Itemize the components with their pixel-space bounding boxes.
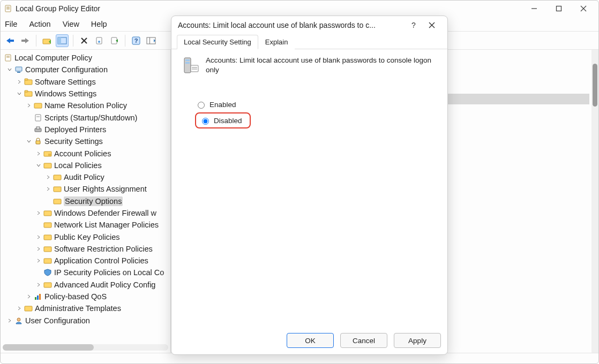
maximize-button[interactable] — [547, 2, 571, 16]
expander-closed-icon[interactable] — [35, 257, 42, 264]
expander-closed-icon[interactable] — [16, 78, 23, 86]
svg-rect-54 — [35, 297, 36, 300]
tree-account-policies[interactable]: Account Policies — [1, 147, 170, 159]
folder-icon — [34, 102, 42, 109]
minimize-button[interactable] — [522, 2, 546, 16]
folder-icon — [43, 245, 52, 253]
folder-icon — [24, 78, 33, 86]
folder-lock-icon — [43, 150, 52, 157]
svg-rect-52 — [44, 259, 51, 263]
svg-rect-43 — [48, 154, 51, 156]
vert-scrollbar[interactable] — [591, 50, 598, 353]
delete-button[interactable] — [78, 34, 91, 47]
svg-marker-10 — [25, 38, 29, 43]
svg-rect-9 — [10, 40, 14, 42]
tree-software-restriction[interactable]: Software Restriction Policies — [1, 243, 170, 255]
menu-help[interactable]: Help — [91, 20, 107, 28]
tree-ip-security[interactable]: IP Security Policies on Local Co — [1, 267, 170, 278]
radio-disabled[interactable]: Disabled — [195, 112, 251, 128]
svg-text:?: ? — [411, 21, 416, 29]
menu-view[interactable]: View — [63, 20, 79, 28]
folder-icon — [43, 221, 52, 229]
tree-label: Policy-based QoS — [44, 292, 107, 301]
close-button[interactable] — [572, 2, 595, 16]
up-level-button[interactable] — [41, 34, 54, 47]
tree-deployed-printers[interactable]: Deployed Printers — [1, 124, 170, 135]
tree-pane: Local Computer Policy Computer Configura… — [1, 50, 171, 353]
svg-rect-5 — [557, 6, 561, 11]
radio-enabled-input[interactable] — [198, 102, 205, 109]
expander-closed-icon[interactable] — [35, 150, 42, 157]
folder-lock-icon — [53, 185, 62, 193]
tab-explain[interactable]: Explain — [258, 35, 295, 49]
back-button[interactable] — [4, 34, 17, 47]
expander-open-icon[interactable] — [25, 138, 33, 145]
tree-scripts[interactable]: Scripts (Startup/Shutdown) — [1, 111, 170, 123]
expander-closed-icon[interactable] — [44, 173, 52, 181]
tree-user-rights[interactable]: User Rights Assignment — [1, 183, 170, 195]
expander-closed-icon[interactable] — [35, 245, 42, 253]
expander-open-icon[interactable] — [35, 162, 42, 169]
radio-disabled-input[interactable] — [202, 118, 209, 125]
tree-security-options[interactable]: Security Options — [1, 195, 170, 207]
expander-open-icon[interactable] — [6, 66, 13, 73]
tree-public-key[interactable]: Public Key Policies — [1, 231, 170, 242]
folder-icon — [43, 209, 52, 217]
svg-rect-63 — [185, 59, 190, 61]
svg-rect-55 — [37, 295, 39, 300]
menu-action[interactable]: Action — [29, 20, 50, 28]
export-button[interactable] — [108, 34, 121, 47]
svg-rect-44 — [44, 163, 51, 168]
dialog-close-button[interactable] — [423, 17, 441, 33]
tree-label: Windows Defender Firewall w — [54, 209, 156, 217]
tree-defender-firewall[interactable]: Windows Defender Firewall w — [1, 207, 170, 219]
dialog-tabs: Local Security Setting Explain — [171, 34, 447, 49]
expander-closed-icon[interactable] — [44, 185, 52, 193]
expander-closed-icon[interactable] — [16, 305, 23, 312]
tree-user-config[interactable]: User Configuration — [1, 315, 170, 327]
expander-closed-icon[interactable] — [35, 209, 42, 217]
tree-software-settings[interactable]: Software Settings — [1, 76, 170, 88]
properties-button[interactable] — [93, 34, 106, 47]
horiz-scrollbar[interactable] — [3, 344, 168, 351]
svg-rect-51 — [44, 247, 51, 252]
expander-closed-icon[interactable] — [35, 281, 42, 289]
dialog-help-button[interactable]: ? — [405, 17, 423, 33]
folder-lock-icon — [53, 198, 62, 205]
expander-open-icon[interactable] — [16, 90, 23, 97]
tree-network-list[interactable]: Network List Manager Policies — [1, 219, 170, 231]
expander-closed-icon[interactable] — [25, 293, 33, 300]
expander-closed-icon[interactable] — [35, 233, 42, 241]
tree-app-control[interactable]: Application Control Policies — [1, 255, 170, 267]
tree-label: IP Security Policies on Local Co — [54, 268, 164, 277]
expander-closed-icon[interactable] — [6, 317, 13, 324]
svg-rect-11 — [21, 40, 25, 42]
menu-file[interactable]: File — [5, 20, 17, 28]
expander-closed-icon[interactable] — [25, 102, 33, 109]
svg-text:?: ? — [134, 37, 138, 44]
tab-local-security[interactable]: Local Security Setting — [177, 35, 258, 49]
cancel-button[interactable]: Cancel — [340, 333, 387, 348]
radio-enabled[interactable]: Enabled — [195, 96, 438, 112]
filter-button[interactable] — [145, 34, 158, 47]
tree-advanced-audit[interactable]: Advanced Audit Policy Config — [1, 279, 170, 291]
tree-root[interactable]: Local Computer Policy — [1, 52, 170, 64]
script-icon — [34, 113, 42, 122]
tree-security-settings[interactable]: Security Settings — [1, 135, 170, 147]
forward-button[interactable] — [19, 34, 32, 47]
tree-local-policies[interactable]: Local Policies — [1, 160, 170, 171]
tree-policy-qos[interactable]: Policy-based QoS — [1, 291, 170, 302]
window-title: Local Group Policy Editor — [16, 4, 522, 13]
tree-audit-policy[interactable]: Audit Policy — [1, 171, 170, 183]
help-button[interactable]: ? — [130, 34, 143, 47]
user-icon — [14, 316, 23, 325]
apply-button[interactable]: Apply — [394, 333, 441, 348]
folder-icon — [24, 90, 33, 97]
svg-point-19 — [98, 41, 100, 43]
ok-button[interactable]: OK — [287, 333, 334, 348]
tree-windows-settings[interactable]: Windows Settings — [1, 88, 170, 100]
tree-admin-templates[interactable]: Administrative Templates — [1, 302, 170, 314]
show-hide-tree-button[interactable] — [56, 34, 69, 47]
tree-computer-config[interactable]: Computer Configuration — [1, 64, 170, 75]
tree-name-resolution[interactable]: Name Resolution Policy — [1, 100, 170, 111]
